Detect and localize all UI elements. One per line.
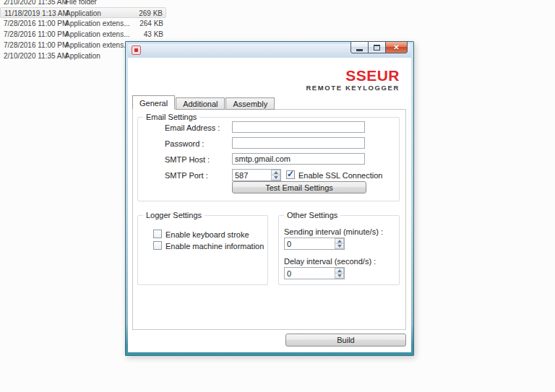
minimize-icon: [356, 49, 363, 51]
file-row[interactable]: 2/10/2020 11:35 AM File folder: [0, 0, 166, 7]
arrow-down-icon: [337, 245, 342, 248]
tab-strip: General Additional Assembly: [132, 95, 275, 110]
email-settings-legend: Email Settings: [143, 113, 199, 121]
check-icon: ✓: [287, 169, 294, 179]
machine-information-label: Enable machine information: [165, 242, 264, 251]
file-row[interactable]: 7/28/2016 11:00 PM Application extens...…: [0, 29, 166, 40]
file-type: Application: [66, 8, 101, 19]
password-label: Password :: [165, 139, 204, 148]
keylogger-builder-window: ✕ SSEUR REMOTE KEYLOGGER General Additio…: [125, 41, 414, 356]
file-size: 43 KB: [144, 29, 163, 40]
brand-logo: SSEUR REMOTE KEYLOGGER: [306, 68, 400, 92]
smtp-host-input[interactable]: [232, 153, 365, 165]
email-address-input[interactable]: [232, 121, 365, 133]
file-type: Application extens...: [65, 18, 130, 29]
app-icon-glyph: [134, 48, 138, 52]
arrow-up-icon: [274, 171, 278, 174]
smtp-port-input[interactable]: [233, 170, 271, 180]
file-size: 264 KB: [139, 18, 163, 29]
email-address-label: Email Address :: [165, 123, 220, 132]
smtp-port-label: SMTP Port :: [165, 171, 208, 180]
file-date: 7/28/2016 11:00 PM: [4, 40, 68, 51]
maximize-icon: [374, 45, 380, 51]
logger-settings-legend: Logger Settings: [143, 211, 205, 219]
delay-interval-stepper[interactable]: [284, 267, 345, 279]
smtp-host-label: SMTP Host :: [165, 155, 210, 164]
smtp-port-stepper[interactable]: [232, 169, 281, 181]
file-date: 7/28/2016 11:00 PM: [4, 18, 68, 29]
build-button[interactable]: Build: [285, 334, 406, 347]
sending-interval-stepper[interactable]: [284, 238, 345, 250]
arrow-up-icon: [337, 240, 342, 243]
close-button[interactable]: ✕: [385, 41, 408, 53]
file-date: 2/10/2020 11:35 AM: [4, 0, 68, 7]
arrow-down-icon: [274, 176, 278, 179]
password-input[interactable]: [232, 137, 365, 149]
brand-tagline: REMOTE KEYLOGGER: [306, 84, 400, 92]
tab-additional[interactable]: Additional: [176, 97, 225, 110]
tab-assembly[interactable]: Assembly: [225, 97, 275, 110]
delay-interval-label: Delay interval (second/s) :: [284, 257, 376, 266]
file-type: Application extens...: [65, 29, 130, 40]
file-date: 11/18/2019 1:13 AM: [4, 8, 69, 19]
spinner-buttons: [271, 170, 280, 180]
file-row[interactable]: 7/28/2016 11:00 PM Application extens...…: [0, 18, 166, 29]
tab-general[interactable]: General: [132, 95, 175, 110]
spinner-buttons: [335, 268, 344, 279]
file-size: 269 KB: [139, 8, 163, 19]
test-email-settings-button[interactable]: Test Email Settings: [232, 181, 366, 193]
file-type: File folder: [65, 0, 97, 7]
file-date: 7/28/2016 11:00 PM: [4, 29, 68, 40]
dialog-client-area: SSEUR REMOTE KEYLOGGER General Additiona…: [128, 58, 411, 352]
minimize-button[interactable]: [350, 41, 369, 53]
arrow-up-icon: [337, 269, 342, 272]
brand-name: SSEUR: [306, 68, 400, 84]
window-controls: ✕: [351, 41, 408, 53]
ssl-checkbox-label: Enable SSL Connection: [298, 171, 382, 180]
spin-down-button[interactable]: [335, 273, 344, 279]
maximize-button[interactable]: [368, 41, 386, 53]
close-icon: ✕: [393, 44, 399, 51]
spinner-buttons: [335, 238, 344, 249]
keyboard-stroke-checkbox[interactable]: [153, 230, 162, 238]
delay-interval-input[interactable]: [285, 268, 335, 279]
keyboard-stroke-label: Enable keyboard stroke: [165, 230, 249, 239]
ssl-checkbox[interactable]: ✓: [286, 170, 295, 179]
app-icon: [132, 45, 141, 55]
file-type: Application extens...: [65, 40, 130, 51]
file-date: 2/10/2020 11:35 AM: [4, 51, 68, 61]
spin-down-button[interactable]: [335, 243, 344, 249]
sending-interval-input[interactable]: [285, 238, 335, 249]
machine-information-checkbox[interactable]: [153, 241, 162, 250]
file-type: Application: [65, 51, 100, 61]
file-row-selected[interactable]: 11/18/2019 1:13 AM Application 269 KB: [0, 7, 166, 18]
other-settings-legend: Other Settings: [284, 211, 340, 219]
sending-interval-label: Sending interval (minute/s) :: [284, 227, 383, 236]
arrow-down-icon: [337, 274, 342, 277]
spin-down-button[interactable]: [271, 175, 280, 180]
